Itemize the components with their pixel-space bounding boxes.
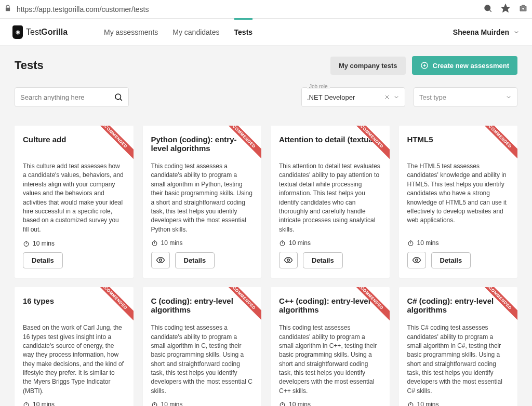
- card-description: This culture add test assesses how a can…: [23, 162, 125, 235]
- svg-marker-2: [502, 4, 510, 11]
- clock-icon: [279, 240, 286, 247]
- clear-icon[interactable]: [384, 94, 390, 100]
- preview-button[interactable]: [407, 252, 426, 268]
- camera-icon[interactable]: [518, 4, 528, 15]
- eye-icon: [284, 255, 293, 265]
- browser-url[interactable]: https://app.testgorilla.com/customer/tes…: [17, 5, 478, 13]
- browser-address-bar: https://app.testgorilla.com/customer/tes…: [0, 0, 532, 19]
- cards-grid: RECOMMENDEDCulture addThis culture add t…: [15, 126, 517, 406]
- test-card: RECOMMENDEDC++ (coding): entry-level alg…: [271, 287, 390, 406]
- card-description: The HTML5 test assesses candidates' know…: [407, 162, 510, 234]
- card-title: HTML5: [407, 135, 510, 154]
- card-title: C++ (coding): entry-level algorithms: [279, 296, 381, 315]
- details-button[interactable]: Details: [23, 252, 63, 268]
- svg-line-8: [120, 99, 122, 100]
- card-title: 16 types: [23, 296, 125, 315]
- card-actions: Details: [279, 252, 381, 268]
- search-input[interactable]: [20, 93, 110, 101]
- gorilla-icon: ◉: [12, 25, 23, 39]
- svg-line-1: [489, 10, 491, 11]
- details-button[interactable]: Details: [303, 252, 343, 268]
- brand-prefix: Test: [26, 28, 41, 36]
- card-duration: 10 mins: [279, 401, 381, 406]
- card-title: C (coding): entry-level algorithms: [151, 296, 254, 315]
- star-icon[interactable]: [501, 4, 510, 15]
- preview-button[interactable]: [151, 252, 170, 268]
- test-card: RECOMMENDED16 typesBased on the work of …: [15, 287, 134, 406]
- card-title: Attention to detail (textual): [279, 135, 381, 154]
- page-head: Tests My company tests Create new assess…: [15, 56, 517, 75]
- card-description: This C# coding test assesses candidates'…: [407, 323, 510, 396]
- details-button[interactable]: Details: [175, 252, 215, 268]
- chevron-down-icon: [513, 29, 520, 35]
- card-duration: 10 mins: [151, 239, 254, 247]
- job-role-select[interactable]: Job role .NET Developer: [301, 87, 405, 107]
- card-description: This coding test assesses a candidate's …: [151, 162, 254, 234]
- job-role-value: .NET Developer: [307, 93, 384, 101]
- dropdown-caret-icon: [506, 94, 512, 100]
- test-card: RECOMMENDEDPython (coding): entry-level …: [143, 126, 262, 278]
- svg-point-11: [24, 241, 29, 246]
- plus-circle-icon: [420, 61, 429, 70]
- test-card: RECOMMENDEDCulture addThis culture add t…: [15, 126, 134, 278]
- lock-icon: [4, 5, 11, 14]
- search-icon: [114, 92, 123, 102]
- card-title: C# (coding): entry-level algorithms: [407, 296, 510, 315]
- card-description: This coding test assesses a candidate's …: [151, 323, 254, 396]
- card-duration: 10 mins: [151, 401, 254, 406]
- page-content: Tests My company tests Create new assess…: [0, 46, 532, 406]
- clock-icon: [151, 401, 158, 406]
- clock-icon: [23, 240, 30, 247]
- page-title: Tests: [15, 59, 44, 72]
- brand-bold: Gorilla: [41, 28, 68, 36]
- clock-icon: [151, 240, 158, 247]
- dropdown-caret-icon: [393, 94, 400, 100]
- clock-icon: [279, 401, 286, 406]
- card-title: Culture add: [23, 135, 125, 154]
- brand-text: TestGorilla: [26, 28, 68, 37]
- create-assessment-button[interactable]: Create new assessment: [412, 56, 517, 75]
- clock-icon: [407, 401, 414, 406]
- card-actions: Details: [23, 252, 125, 268]
- test-card: RECOMMENDEDAttention to detail (textual)…: [271, 126, 390, 278]
- card-duration: 10 mins: [23, 240, 125, 247]
- svg-point-7: [115, 94, 121, 100]
- svg-point-18: [280, 241, 285, 246]
- card-duration: 10 mins: [407, 401, 510, 406]
- test-type-select[interactable]: Test type: [414, 87, 517, 107]
- svg-point-17: [159, 259, 162, 262]
- card-description: This coding test assesses candidates' ab…: [279, 323, 381, 396]
- search-box[interactable]: [15, 87, 129, 107]
- user-menu[interactable]: Sheena Muirden: [453, 28, 520, 36]
- card-duration: 10 mins: [23, 401, 125, 406]
- svg-point-21: [287, 259, 290, 262]
- filters-row: Job role .NET Developer Test type: [15, 87, 517, 107]
- job-role-label: Job role: [307, 84, 330, 89]
- clock-icon: [407, 240, 414, 247]
- card-actions: Details: [407, 252, 510, 268]
- test-card: RECOMMENDEDC (coding): entry-level algor…: [143, 287, 262, 406]
- site-header: ◉ TestGorilla My assessments My candidat…: [0, 19, 532, 46]
- test-type-placeholder: Test type: [419, 93, 506, 101]
- svg-point-25: [415, 259, 418, 262]
- preview-button[interactable]: [279, 252, 298, 268]
- nav-tests[interactable]: Tests: [234, 18, 253, 45]
- nav-my-candidates[interactable]: My candidates: [172, 20, 219, 45]
- svg-point-0: [485, 5, 490, 11]
- card-description: Based on the work of Carl Jung, the 16 t…: [23, 323, 125, 396]
- card-actions: Details: [151, 252, 254, 268]
- test-card: RECOMMENDEDHTML5The HTML5 test assesses …: [399, 126, 518, 278]
- card-duration: 10 mins: [407, 239, 510, 247]
- eye-icon: [156, 255, 165, 265]
- browser-search-icon[interactable]: [483, 4, 493, 15]
- card-description: This attention to detail test evaluates …: [279, 162, 381, 234]
- main-nav: My assessments My candidates Tests: [104, 20, 252, 45]
- clock-icon: [23, 401, 30, 406]
- nav-my-assessments[interactable]: My assessments: [104, 20, 158, 45]
- brand-logo[interactable]: ◉ TestGorilla: [12, 25, 68, 39]
- svg-point-22: [408, 241, 413, 246]
- svg-point-3: [522, 7, 525, 10]
- card-title: Python (coding): entry-level algorithms: [151, 135, 254, 154]
- details-button[interactable]: Details: [431, 252, 471, 268]
- my-company-tests-button[interactable]: My company tests: [330, 57, 406, 75]
